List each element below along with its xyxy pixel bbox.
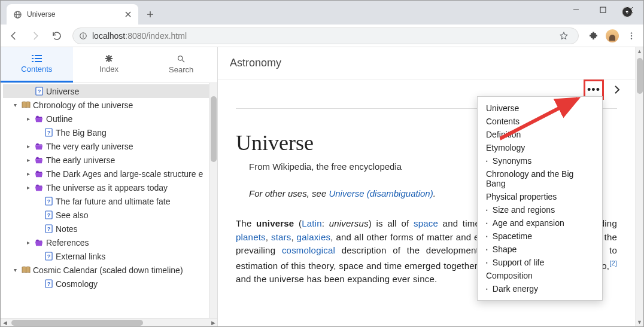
tree-item-very_early[interactable]: ▸The very early universe (3, 139, 209, 153)
scrollbar-thumb[interactable] (637, 58, 643, 94)
site-info-icon[interactable] (79, 32, 87, 40)
toc-popup-item[interactable]: Etymology (478, 141, 602, 154)
svg-point-18 (631, 35, 632, 36)
tree-item-cosmic_calendar[interactable]: ▾Cosmic Calendar (scaled down timeline) (3, 263, 209, 277)
link-space[interactable]: space (414, 218, 438, 228)
svg-rect-11 (600, 7, 606, 13)
svg-rect-22 (32, 58, 34, 59)
reload-button[interactable] (47, 26, 66, 45)
bookmark-star-icon[interactable] (555, 27, 572, 44)
tree-item-early[interactable]: ▸The early universe (3, 153, 209, 167)
toc-popup-item[interactable]: Dark energy (478, 282, 602, 295)
tab-search[interactable]: Search (145, 47, 217, 82)
main-content: Astronomy ••• Universe From Wikipedia, t… (218, 47, 643, 326)
tree-item-universe[interactable]: ?Universe (3, 84, 209, 98)
scrollbar-thumb[interactable] (11, 320, 143, 326)
tree-item-external_links[interactable]: ?External links (3, 249, 209, 263)
toc-popup-item[interactable]: Physical properties (478, 190, 602, 203)
breadcrumb: Astronomy (218, 47, 635, 80)
more-menu-button[interactable]: ••• (585, 81, 602, 98)
link-cosmological[interactable]: cosmological (282, 245, 335, 255)
tree-item-chronology[interactable]: ▾Chronology of the universe (3, 98, 209, 112)
toc-popup[interactable]: UniverseContentsDefinitionEtymologySynon… (477, 96, 603, 301)
toc-popup-item[interactable]: Size and regions (478, 203, 602, 216)
link-stars[interactable]: stars (271, 232, 291, 242)
next-button[interactable] (610, 82, 624, 97)
toc-popup-item[interactable]: Chronology and the Big Bang (478, 167, 602, 190)
sidebar-scrollbar[interactable] (209, 83, 217, 318)
toc-popup-item[interactable]: Definition (478, 128, 602, 141)
book-icon (21, 265, 31, 275)
main-scrollbar[interactable]: ▲▼ (635, 47, 643, 326)
globe-icon (13, 10, 22, 19)
citation-2[interactable]: [2] (609, 259, 617, 267)
toc-popup-item[interactable]: Composition (478, 269, 602, 282)
tree-item-see_also[interactable]: ?See also (3, 208, 209, 222)
twisty-icon[interactable]: ▾ (11, 102, 19, 108)
tree-item-cosmology[interactable]: ?Cosmology (3, 277, 209, 291)
url-input[interactable]: localhost:8080/index.html (72, 27, 579, 44)
svg-rect-24 (32, 61, 34, 62)
close-window-button[interactable] (616, 1, 643, 19)
tab-contents[interactable]: Contents (1, 47, 73, 82)
tree-item-far_future[interactable]: ?The far future and ultimate fate (3, 194, 209, 208)
extensions-icon[interactable] (585, 27, 602, 44)
folder-icon (34, 183, 44, 192)
tree-item-label: The Big Bang (56, 128, 107, 137)
twisty-icon[interactable]: ▸ (25, 115, 32, 122)
svg-point-19 (631, 38, 632, 39)
book-icon (21, 100, 31, 110)
folder-icon (34, 114, 44, 124)
twisty-icon[interactable]: ▸ (25, 157, 32, 163)
new-tab-button[interactable] (142, 6, 159, 23)
twisty-icon[interactable]: ▸ (25, 170, 32, 177)
tree-item-label: The universe as it appears today (46, 183, 168, 192)
back-button[interactable] (4, 26, 23, 45)
svg-point-30 (178, 56, 183, 60)
twisty-icon[interactable]: ▾ (11, 267, 19, 273)
link-planets[interactable]: planets (236, 232, 266, 242)
maximize-button[interactable] (590, 1, 616, 19)
toc-popup-item[interactable]: Universe (478, 102, 602, 115)
link-galaxies[interactable]: galaxies (297, 232, 331, 242)
article: ••• Universe From Wikipedia, the free en… (218, 80, 635, 326)
toc-popup-item[interactable]: Age and expansion (478, 216, 602, 230)
sidebar-h-scrollbar[interactable]: ◀▶ (1, 318, 217, 326)
toc-popup-item[interactable]: Synonyms (478, 154, 602, 167)
minimize-button[interactable] (563, 1, 590, 19)
sidebar: Contents Index Search ?Universe▾Chronolo… (1, 47, 218, 326)
svg-text:?: ? (47, 198, 50, 204)
disambiguation-link[interactable]: Universe (disambiguation) (329, 188, 433, 198)
tree-item-outline[interactable]: ▸Outline (3, 112, 209, 126)
close-icon[interactable] (124, 11, 132, 17)
browser-tab[interactable]: Universe (7, 4, 138, 25)
svg-text:?: ? (47, 281, 50, 287)
tree-item-references[interactable]: ▸References (3, 236, 209, 249)
tab-index[interactable]: Index (73, 47, 145, 82)
asterisk-icon (105, 54, 113, 63)
svg-text:?: ? (47, 253, 50, 259)
svg-rect-23 (35, 58, 42, 59)
tree-item-label: The very early universe (46, 142, 133, 151)
toc-popup-item[interactable]: Spacetime (478, 230, 602, 243)
svg-point-16 (83, 33, 84, 35)
tree-item-dark_ages[interactable]: ▸The Dark Ages and large-scale structure… (3, 167, 209, 181)
twisty-icon[interactable]: ▸ (25, 239, 32, 246)
toc-popup-item[interactable]: Support of life (478, 256, 602, 269)
kebab-menu-icon[interactable] (623, 27, 640, 44)
forward-button[interactable] (26, 26, 45, 45)
toc-popup-item[interactable]: Shape (478, 243, 602, 256)
link-latin[interactable]: Latin (302, 218, 322, 228)
tab-label: Search (169, 65, 193, 74)
tab-title: Universe (27, 10, 119, 19)
toc-popup-item[interactable]: Contents (478, 115, 602, 128)
toc-tree[interactable]: ?Universe▾Chronology of the universe▸Out… (1, 83, 209, 318)
tree-item-notes[interactable]: ?Notes (3, 222, 209, 236)
scrollbar-thumb[interactable] (211, 96, 217, 162)
twisty-icon[interactable]: ▸ (25, 184, 32, 191)
twisty-icon[interactable]: ▸ (25, 143, 32, 149)
tree-item-bigbang[interactable]: ?The Big Bang (3, 126, 209, 139)
profile-button[interactable] (604, 27, 621, 44)
tree-item-as_today[interactable]: ▸The universe as it appears today (3, 181, 209, 194)
tab-label: Index (99, 65, 119, 74)
